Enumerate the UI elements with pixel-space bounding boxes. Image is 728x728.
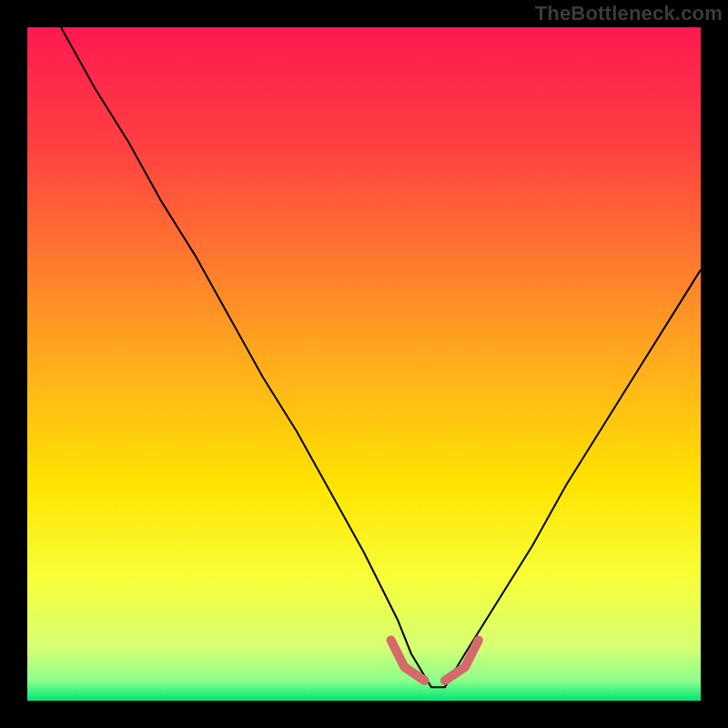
bottleneck-chart [0, 0, 728, 728]
watermark-text: TheBottleneck.com [535, 2, 723, 25]
plot-background [27, 27, 701, 701]
chart-container: TheBottleneck.com [0, 0, 728, 728]
